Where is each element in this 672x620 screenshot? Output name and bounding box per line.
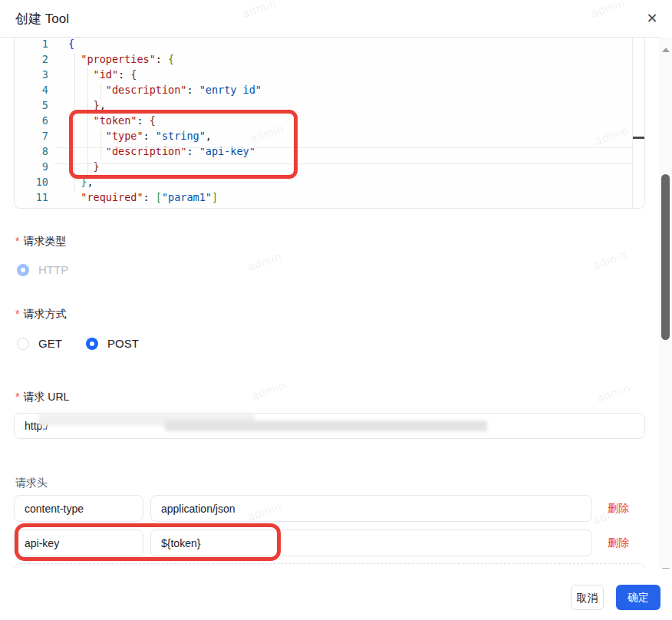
- line-number: 3: [15, 68, 48, 84]
- code-line: 4 "description": "enrty id": [15, 84, 644, 99]
- indent-guide: [100, 130, 101, 160]
- page-scrollbar[interactable]: [659, 37, 672, 580]
- radio-post-icon[interactable]: [86, 338, 98, 350]
- overview-ruler-line: [632, 38, 633, 209]
- code-lines: 1{2 "properties": {3 "id": {4 "descripti…: [15, 38, 644, 206]
- line-number: 9: [15, 160, 48, 176]
- header-key-input[interactable]: [14, 529, 143, 556]
- line-number: 11: [15, 191, 48, 206]
- code-line: 6 "token": {: [15, 114, 644, 130]
- watermark-text: admin: [249, 378, 287, 402]
- create-tool-dialog: 创建 Tool ✕ 1{2 "properties": {3 "id": {4 …: [0, 0, 672, 620]
- close-icon[interactable]: ✕: [642, 8, 662, 28]
- code-line: 3 "id": {: [15, 68, 644, 84]
- line-number: 7: [15, 130, 48, 145]
- code-line: 7 "type": "string",: [15, 130, 644, 145]
- scrollbar-thumb[interactable]: [661, 174, 670, 340]
- radio-post-label[interactable]: POST: [107, 337, 139, 350]
- indent-guide: [100, 84, 101, 99]
- radio-http-icon: [17, 264, 29, 276]
- request-type-label: *请求类型: [15, 235, 66, 249]
- line-number: 8: [15, 145, 48, 160]
- scrollbar-up-arrow-icon[interactable]: [662, 48, 670, 52]
- request-method-label: *请求方式: [15, 308, 66, 322]
- cancel-button[interactable]: 取消: [571, 585, 604, 610]
- code-line: 2 "properties": {: [15, 53, 644, 68]
- editor-current-line: [54, 147, 632, 164]
- line-number: 5: [15, 99, 48, 114]
- watermark-text: admin: [595, 381, 632, 404]
- radio-get-label[interactable]: GET: [38, 337, 62, 350]
- header-key-input[interactable]: [14, 495, 143, 522]
- confirm-button[interactable]: 确定: [616, 585, 660, 610]
- radio-http: HTTP: [17, 263, 68, 276]
- watermark-text: admin: [245, 249, 283, 273]
- radio-get[interactable]: GET: [17, 337, 62, 350]
- redaction-blur: [165, 420, 487, 431]
- radio-http-label: HTTP: [38, 263, 68, 276]
- required-asterisk: *: [15, 391, 19, 403]
- request-url-label: *请求 URL: [15, 391, 69, 404]
- indent-guide: [74, 53, 75, 191]
- line-number: 4: [15, 84, 48, 99]
- line-number: 2: [15, 53, 48, 68]
- code-line: 5 },: [15, 99, 644, 114]
- line-number: 1: [15, 38, 48, 53]
- radio-get-icon[interactable]: [17, 338, 29, 350]
- delete-header-link[interactable]: 删除: [608, 502, 629, 516]
- dialog-footer: 取消 确定: [0, 569, 672, 620]
- radio-post[interactable]: POST: [86, 337, 139, 350]
- overview-ruler-cursor-mark: [633, 137, 644, 139]
- line-number: 10: [15, 176, 48, 191]
- json-schema-editor[interactable]: 1{2 "properties": {3 "id": {4 "descripti…: [14, 38, 645, 209]
- header-value-input[interactable]: [150, 495, 592, 522]
- delete-header-link[interactable]: 删除: [608, 536, 629, 550]
- required-asterisk: *: [15, 308, 19, 320]
- code-line: 10 },: [15, 176, 644, 191]
- dialog-title: 创建 Tool: [15, 10, 69, 28]
- request-headers-label: 请求头: [15, 477, 48, 490]
- watermark-text: admin: [591, 248, 628, 272]
- indent-guide: [87, 68, 88, 176]
- header-value-input[interactable]: [150, 529, 592, 556]
- code-line: 1{: [15, 38, 644, 53]
- dialog-header: 创建 Tool ✕: [0, 0, 672, 38]
- required-asterisk: *: [15, 235, 19, 247]
- line-number: 6: [15, 114, 48, 130]
- code-line: 11 "required": ["param1"]: [15, 191, 644, 206]
